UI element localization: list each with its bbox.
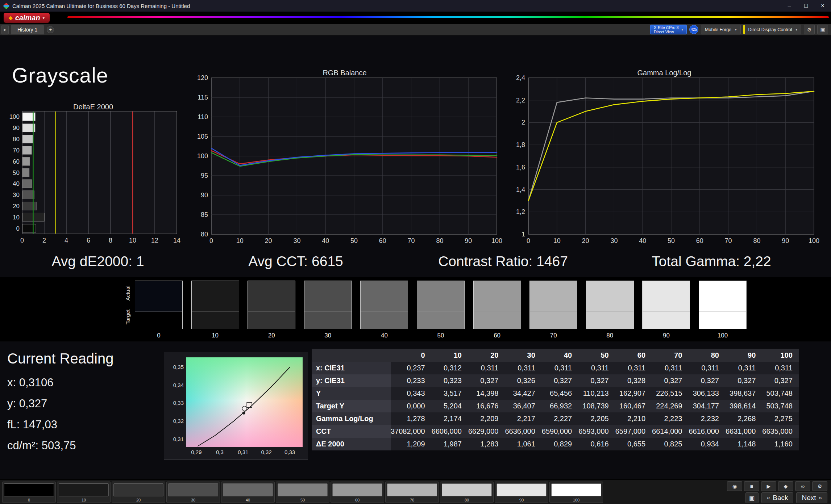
layout-button[interactable]: ▣ (817, 25, 828, 34)
back-label: Back (773, 494, 788, 502)
pattern-window-button[interactable]: ▣ (745, 492, 759, 503)
level-patch-button[interactable]: 50 (276, 482, 329, 503)
reading-cdm2-value: cd/m²: 503,75 (7, 439, 114, 452)
level-patch-button[interactable]: 0 (2, 482, 56, 503)
svg-text:90: 90 (201, 192, 208, 199)
bottom-bar: 0102030405060708090100 ◉ ■ ▶ ◆ ∞ ⚙ ▣ « B… (0, 479, 831, 504)
level-patch-button[interactable]: 100 (549, 482, 603, 503)
chevron-down-icon: ▾ (43, 16, 45, 20)
level-patch-button[interactable]: 90 (495, 482, 548, 503)
patch-color (496, 483, 547, 496)
swatch-level-label: 80 (586, 332, 634, 339)
svg-text:70: 70 (725, 237, 732, 244)
table-cell: 160,467 (615, 400, 652, 412)
maximize-button[interactable]: □ (798, 0, 814, 12)
table-cell: 0,327 (726, 374, 762, 387)
layout-grid-icon: ▣ (820, 27, 825, 33)
next-button[interactable]: Next » (796, 492, 827, 503)
meter-mode: Direct View (654, 30, 674, 34)
svg-text:2,4: 2,4 (516, 74, 525, 81)
swatch-actual-color (699, 281, 746, 312)
table-cell: 14,398 (468, 387, 505, 400)
calman-app-window: Calman 2025 Calman Ultimate for Business… (0, 0, 831, 504)
svg-text:10: 10 (129, 237, 136, 244)
grayscale-swatch (586, 281, 634, 329)
meter-selector-button[interactable]: X-Rite i1Pro 3 Direct View ▾ (650, 25, 687, 34)
cie-y-tick-label: 0,35 (166, 364, 184, 370)
table-header-cell: 60 (615, 349, 652, 362)
close-button[interactable]: × (814, 0, 831, 12)
table-cell: 0,829 (542, 438, 578, 450)
patch-color (113, 483, 163, 496)
target-button[interactable]: ◆ (778, 481, 793, 491)
tab-history-1[interactable]: History 1 (11, 25, 44, 34)
add-history-button[interactable]: + (47, 26, 54, 33)
target-icon: ◆ (784, 483, 788, 489)
table-cell: 0,311 (505, 362, 541, 374)
swatch-level-label: 20 (248, 332, 295, 339)
cie-y-tick-label: 0,33 (166, 400, 184, 406)
table-cell: 1,278 (391, 412, 432, 425)
minimize-button[interactable]: – (781, 0, 798, 12)
current-reading-panel: Current Reading x: 0,3106 y: 0,327 fL: 1… (7, 350, 114, 460)
swatch-strip: Actual Target 0102030405060708090100 (0, 277, 831, 341)
pattern-source-button[interactable]: Mobile Forge ▾ (701, 25, 740, 34)
table-cell: 6593,000 (578, 425, 615, 438)
display-control-button[interactable]: Direct Display Control ▾ (743, 25, 801, 34)
level-patch-button[interactable]: 30 (166, 482, 220, 503)
settings-button[interactable]: ⚙ (804, 25, 815, 34)
svg-text:30: 30 (610, 237, 618, 244)
table-cell: 304,177 (689, 400, 726, 412)
grayscale-swatch (191, 281, 239, 329)
table-header-cell: 100 (762, 349, 799, 362)
svg-text:1,2: 1,2 (516, 208, 525, 215)
table-cell: 0,311 (689, 362, 726, 374)
back-button[interactable]: « Back (761, 492, 794, 503)
patch-level-label: 90 (495, 498, 548, 502)
level-patch-button[interactable]: 70 (385, 482, 439, 503)
gear-icon: ⚙ (807, 27, 812, 33)
level-patch-button[interactable]: 10 (57, 482, 111, 503)
app-icon (3, 3, 9, 9)
grayscale-swatch (417, 281, 465, 329)
history-expander-button[interactable]: ▶ (1, 25, 9, 34)
level-patch-button[interactable]: 60 (331, 482, 384, 503)
total-gamma-summary: Total Gamma: 2,22 (652, 253, 771, 269)
svg-text:1,8: 1,8 (516, 141, 525, 148)
swatch-actual-color (417, 281, 464, 312)
svg-text:115: 115 (198, 94, 208, 101)
table-cell: 66,932 (542, 400, 578, 412)
svg-text:2: 2 (522, 119, 525, 126)
calman-menu-button[interactable]: ◆ calman ▾ (4, 13, 50, 23)
deltae-chart: 024681012141009080706050403020100 (7, 109, 181, 246)
table-cell: 0,311 (578, 362, 615, 374)
table-cell: 2,217 (505, 412, 541, 425)
cie-x-tick-label: 0,33 (282, 449, 298, 455)
swatch-actual-color (474, 281, 521, 312)
svg-text:40: 40 (322, 237, 329, 244)
patch-level-label: 10 (57, 498, 110, 502)
level-patch-button[interactable]: 40 (221, 482, 275, 503)
calman-logo-text: calman (15, 14, 40, 22)
table-cell: 1,209 (391, 438, 432, 450)
svg-text:80: 80 (13, 136, 20, 143)
swatch-actual-color (248, 281, 295, 312)
table-cell: 0,327 (652, 374, 689, 387)
level-patch-button[interactable]: 20 (112, 482, 165, 503)
measure-settings-button[interactable]: ⚙ (812, 481, 827, 491)
swatch-target-color (643, 312, 690, 329)
play-button[interactable]: ▶ (761, 481, 776, 491)
patch-color (332, 483, 382, 496)
svg-text:100: 100 (197, 152, 208, 160)
patch-color (223, 483, 273, 496)
window-title: Calman 2025 Calman Ultimate for Business… (12, 3, 190, 9)
continuous-measure-button[interactable]: ∞ (795, 481, 810, 491)
capture-button[interactable]: ◉ (727, 481, 742, 491)
level-patch-button[interactable]: 80 (440, 482, 494, 503)
svg-text:30: 30 (293, 237, 300, 244)
cie-y-tick-label: 0,32 (166, 418, 184, 424)
window-controls: – □ × (781, 0, 831, 12)
svg-text:90: 90 (782, 237, 789, 244)
svg-text:50: 50 (13, 169, 20, 176)
stop-button[interactable]: ■ (744, 481, 759, 491)
